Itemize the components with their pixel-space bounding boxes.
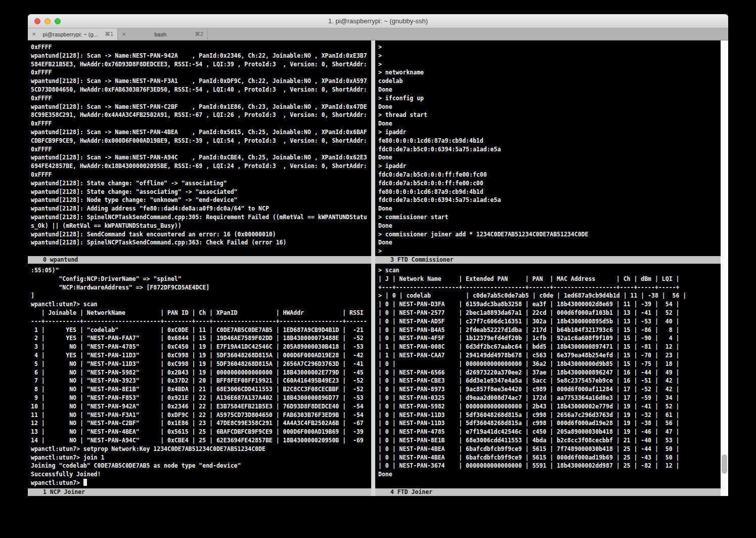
tab-close-icon[interactable]: ✕	[32, 31, 36, 37]
tab-label: bash	[128, 31, 192, 37]
terminal-window: 1. pi@raspberrypi: ~ (gnubby-ssh) ✕ pi@r…	[28, 14, 728, 511]
tab-label: pi@raspberrypi: ~ (g...	[38, 31, 102, 37]
tab-bar: ✕ pi@raspberrypi: ~ (g... ⌘1 ✕ bash ⌘2	[28, 28, 728, 40]
tab-bash[interactable]: ✕ bash ⌘2	[118, 28, 208, 40]
pane-title-ncp-joiner: 1 NCP Joiner	[28, 488, 371, 496]
minimize-button[interactable]	[45, 18, 51, 24]
pane-wpantund-log[interactable]: 0xFFFF wpantund[2128]: Scan -> Name:NEST…	[28, 40, 371, 256]
window-title: 1. pi@raspberrypi: ~ (gnubby-ssh)	[28, 14, 728, 28]
tab-ssh-session[interactable]: ✕ pi@raspberrypi: ~ (g... ⌘1	[28, 28, 118, 40]
pane-divider[interactable]	[371, 40, 375, 496]
tab-shortcut: ⌘1	[105, 31, 113, 37]
pane-title-ftd-joiner: 4 FTD Joiner	[375, 488, 728, 496]
pane-ncp-joiner[interactable]: :55:05)" "Config:NCP:DriverName" => "spi…	[28, 264, 371, 488]
terminal-cursor	[83, 479, 87, 486]
tab-shortcut: ⌘2	[195, 31, 203, 37]
pane-ftd-commissioner[interactable]: > > > > networkname codelab Done > ifcon…	[375, 40, 721, 256]
traffic-lights	[34, 18, 61, 24]
terminal-content: 0xFFFF wpantund[2128]: Scan -> Name:NEST…	[28, 40, 728, 511]
tab-close-icon[interactable]: ✕	[122, 31, 126, 37]
close-button[interactable]	[34, 18, 40, 24]
pane-title-ftd-commissioner: 3 FTD Commissioner	[375, 256, 728, 264]
titlebar[interactable]: 1. pi@raspberrypi: ~ (gnubby-ssh)	[28, 14, 728, 28]
pane-ftd-joiner[interactable]: > scan | J | Network Name | Extended PAN…	[375, 264, 721, 488]
scrollbar-thumb[interactable]	[722, 454, 727, 474]
scrollbar-track[interactable]	[721, 40, 728, 496]
pane-title-wpantund: 0 wpantund	[28, 256, 371, 264]
zoom-button[interactable]	[55, 18, 61, 24]
